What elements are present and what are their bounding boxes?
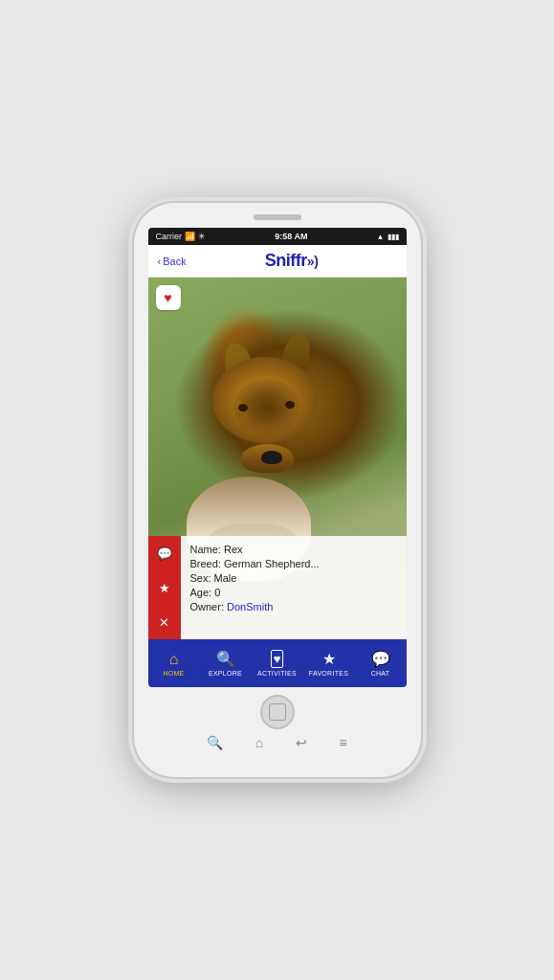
signal-icon: ✳ — [198, 232, 206, 241]
home-nav-icon: ⌂ — [169, 651, 179, 668]
explore-nav-label: EXPLORE — [209, 670, 242, 677]
back-label: Back — [163, 256, 186, 267]
dog-sex-row: Sex: Male — [190, 572, 397, 584]
activities-nav-icon: ♥ — [271, 650, 284, 668]
nav-item-favorites[interactable]: ★ FAVORITES — [303, 639, 355, 687]
hardware-search-icon[interactable]: 🔍 — [207, 735, 223, 750]
chat-nav-label: CHAT — [371, 670, 390, 677]
nav-item-home[interactable]: ⌂ HOME — [148, 639, 200, 687]
bottom-nav: ⌂ HOME 🔍 EXPLORE ♥ ACTIVITIES ★ FAVORITE… — [148, 639, 407, 687]
dog-name-row: Name: Rex — [190, 544, 397, 555]
dog-age-row: Age: 0 — [190, 587, 397, 598]
home-nav-label: HOME — [163, 670, 184, 677]
home-button[interactable] — [260, 695, 295, 729]
app-title-text: Sniffr — [265, 251, 307, 270]
heart-icon: ♥ — [164, 290, 171, 305]
activities-nav-label: ACTIVITIES — [257, 670, 297, 677]
app-title-wave: ») — [307, 254, 318, 269]
time-label: 9:58 AM — [275, 232, 307, 241]
status-left: Carrier 📶 ✳ — [156, 232, 207, 241]
dog-info-content: Name: Rex Breed: German Shepherd... Sex:… — [181, 536, 407, 639]
dog-eye-right — [285, 401, 295, 409]
chat-nav-icon: 💬 — [371, 650, 390, 668]
phone-device: Carrier 📶 ✳ 9:58 AM ▲ ▮▮▮ ‹ Back Sniffr»… — [134, 203, 421, 777]
phone-screen: Carrier 📶 ✳ 9:58 AM ▲ ▮▮▮ ‹ Back Sniffr»… — [148, 228, 407, 687]
favorites-nav-label: FAVORITES — [309, 670, 348, 677]
wifi-icon: 📶 — [185, 232, 195, 241]
hardware-back-icon[interactable]: ↩ — [296, 735, 307, 750]
info-panel: 💬 ★ ✕ Name: Rex Breed: German Shepherd..… — [148, 536, 407, 639]
hardware-home-icon[interactable]: ⌂ — [255, 735, 263, 750]
nav-item-explore[interactable]: 🔍 EXPLORE — [200, 639, 252, 687]
chat-action-button[interactable]: 💬 — [148, 536, 181, 570]
close-action-button[interactable]: ✕ — [148, 605, 181, 639]
close-action-icon: ✕ — [159, 615, 169, 630]
explore-nav-icon: 🔍 — [216, 650, 235, 668]
back-chevron-icon: ‹ — [158, 256, 162, 267]
status-right: ▲ ▮▮▮ — [377, 233, 399, 241]
dog-nose — [261, 451, 282, 464]
battery-icon: ▮▮▮ — [388, 233, 399, 241]
action-buttons: 💬 ★ ✕ — [148, 536, 181, 639]
hardware-menu-icon[interactable]: ≡ — [339, 735, 346, 750]
back-button[interactable]: ‹ Back — [158, 256, 187, 267]
owner-link[interactable]: DonSmith — [227, 601, 273, 612]
app-title: Sniffr») — [187, 251, 397, 271]
star-action-button[interactable]: ★ — [148, 570, 181, 605]
nav-item-chat[interactable]: 💬 CHAT — [355, 639, 407, 687]
nav-bar: ‹ Back Sniffr») — [148, 245, 407, 278]
owner-prefix: Owner: — [190, 601, 228, 612]
star-action-icon: ★ — [159, 581, 170, 595]
dog-breed-row: Breed: German Shepherd... — [190, 558, 397, 569]
phone-speaker — [254, 214, 301, 220]
hardware-nav-bar: 🔍 ⌂ ↩ ≡ — [182, 735, 373, 750]
favorites-nav-icon: ★ — [322, 650, 336, 668]
carrier-label: Carrier — [156, 232, 183, 241]
dog-image-area: ♥ 💬 ★ ✕ Name: Rex Breed: Ger — [148, 278, 407, 639]
chat-action-icon: 💬 — [157, 546, 172, 561]
nav-item-activities[interactable]: ♥ ACTIVITIES — [252, 639, 303, 687]
heart-button[interactable]: ♥ — [156, 285, 181, 310]
location-icon: ▲ — [377, 233, 385, 241]
status-bar: Carrier 📶 ✳ 9:58 AM ▲ ▮▮▮ — [148, 228, 407, 245]
dog-owner-row: Owner: DonSmith — [190, 601, 397, 612]
